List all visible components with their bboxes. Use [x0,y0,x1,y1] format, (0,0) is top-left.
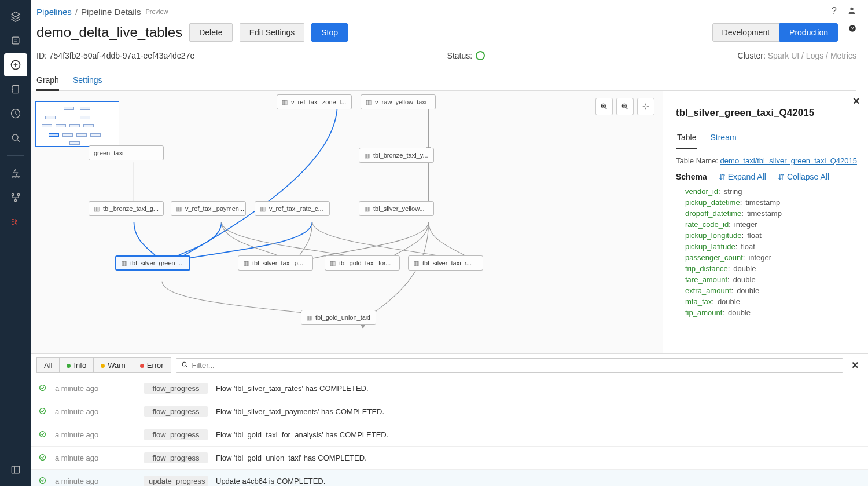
cluster-sparkui-link[interactable]: Spark UI [768,51,799,60]
node-tbl-silver-taxi-r[interactable]: ▥tbl_silver_taxi_r... [408,255,483,271]
cluster-metrics-link[interactable]: Metrics [830,51,856,60]
error-dot-icon [140,361,144,370]
node-v-ref-taxi-zone[interactable]: ▥v_ref_taxi_zone_l... [277,94,352,109]
help-icon[interactable]: ? [832,6,837,17]
cluster-label: Cluster: [738,51,766,60]
node-tbl-gold-taxi-for[interactable]: ▥tbl_gold_taxi_for... [325,255,400,271]
detail-tab-table[interactable]: Table [676,127,697,149]
filter-info-button[interactable]: Info [60,357,94,373]
nav-notebook-icon[interactable] [4,78,27,101]
header: Pipelines / Pipeline Details Preview ? d… [31,0,868,91]
stop-button[interactable]: Stop [311,23,348,42]
schema-column: vendor_id:string [685,187,858,196]
filter-error-button[interactable]: Error [133,357,171,373]
nav-pipelines-icon[interactable] [4,210,27,233]
event-row[interactable]: a minute agoflow_progressFlow 'tbl_silve… [31,400,868,423]
status-indicator-icon [476,51,485,60]
nav-workflows-icon[interactable] [4,186,27,209]
delete-button[interactable]: Delete [189,23,232,42]
nav-data-icon[interactable] [4,29,27,52]
event-time: a minute ago [55,384,136,393]
event-message: Flow 'tbl_silver_taxi_payments' has COMP… [216,407,860,416]
column-type: timestamp [745,198,780,207]
logo-icon[interactable] [4,5,27,28]
filter-all-button[interactable]: All [36,357,60,373]
node-tbl-bronze-taxi-y[interactable]: ▥tbl_bronze_taxi_y... [359,148,434,163]
table-name-label: Table Name: [676,156,718,165]
node-tbl-silver-taxi-p[interactable]: ▥tbl_silver_taxi_p... [238,255,313,271]
event-time: a minute ago [55,430,136,439]
breadcrumb-link[interactable]: Pipelines [36,7,72,17]
column-type: timestamp [747,209,782,218]
node-v-raw-yellow-taxi[interactable]: ▥v_raw_yellow_taxi [361,94,436,109]
status-label: Status: [447,51,473,60]
expand-all-button[interactable]: ⇵Expand All [719,172,766,181]
node-tbl-gold-union-taxi[interactable]: ▥tbl_gold_union_taxi [301,310,376,325]
node-v-ref-taxi-rate-c[interactable]: ▥v_ref_taxi_rate_c... [255,201,330,216]
column-type: string [724,187,742,196]
schema-column: pickup_longitude:float [685,231,858,240]
schema-column: dropoff_datetime:timestamp [685,209,858,218]
column-type: double [737,286,759,295]
detail-tab-stream[interactable]: Stream [709,127,737,149]
node-green-taxi[interactable]: green_taxi [89,145,164,160]
nav-collapse-icon[interactable] [4,458,27,481]
graph-minimap[interactable] [35,101,119,147]
user-icon[interactable] [847,6,856,17]
fit-view-button[interactable] [637,98,654,115]
schema-column: tip_amount:double [685,308,858,317]
detail-title: tbl_silver_green_taxi_Q42015 [676,107,858,119]
filter-warn-button[interactable]: Warn [94,357,133,373]
event-row[interactable]: a minute agoupdate_progressUpdate a4cb64… [31,470,868,486]
event-time: a minute ago [55,454,136,462]
node-tbl-silver-yellow[interactable]: ▥tbl_silver_yellow... [359,201,434,216]
main-content: Pipelines / Pipeline Details Preview ? d… [31,0,868,486]
svg-rect-0 [12,37,19,44]
nav-search-icon[interactable] [4,126,27,149]
table-name-link[interactable]: demo_taxi/tbl_silver_green_taxi_Q42015 [720,156,857,165]
event-rows: a minute agoflow_progressFlow 'tbl_silve… [31,377,868,486]
graph-canvas[interactable]: ▥v_ref_taxi_zone_l... ▥v_raw_yellow_taxi… [31,91,663,353]
event-tag: flow_progress [144,452,208,463]
middle-pane: ▥v_ref_taxi_zone_l... ▥v_raw_yellow_taxi… [31,91,868,354]
events-close-icon[interactable]: ✕ [848,360,862,371]
collapse-all-button[interactable]: ⇵Collapse All [778,172,829,181]
events-search-input[interactable] [192,361,838,370]
left-sidebar [0,0,31,486]
event-row[interactable]: a minute agoflow_progressFlow 'tbl_gold_… [31,423,868,447]
events-search[interactable] [176,358,843,373]
env-development-button[interactable]: Development [712,23,780,42]
event-tag: flow_progress [144,429,208,440]
edit-settings-button[interactable]: Edit Settings [240,23,305,42]
cluster-logs-link[interactable]: Logs [806,51,823,60]
tab-settings[interactable]: Settings [73,71,102,90]
svg-point-4 [12,134,18,140]
svg-point-10 [14,199,16,201]
nav-compute-icon[interactable] [4,162,27,185]
env-help-icon[interactable]: ? [848,24,856,34]
zoom-out-button[interactable] [616,98,634,115]
node-tbl-silver-green[interactable]: ▥tbl_silver_green_... [115,255,190,271]
detail-close-icon[interactable]: ✕ [852,96,860,107]
column-name: vendor_id [685,187,718,196]
id-value: 754f3fb2-50af-4ddb-97a1-eef43a4dc27e [49,51,194,60]
env-production-button[interactable]: Production [779,23,838,42]
column-type: float [747,231,762,240]
nav-history-icon[interactable] [4,102,27,125]
node-v-ref-taxi-paymen[interactable]: ▥v_ref_taxi_paymen... [171,201,246,216]
event-row[interactable]: a minute agoflow_progressFlow 'tbl_gold_… [31,447,868,470]
column-name: extra_amount [685,286,731,295]
zoom-in-button[interactable] [595,98,613,115]
nav-create-icon[interactable] [4,53,27,76]
detail-tabs: Table Stream [676,127,858,149]
detail-panel: ✕ tbl_silver_green_taxi_Q42015 Table Str… [663,91,868,353]
event-row[interactable]: a minute agoflow_progressFlow 'tbl_silve… [31,377,868,400]
svg-rect-11 [12,466,19,473]
event-message: Flow 'tbl_gold_taxi_for_analysis' has CO… [216,430,860,439]
node-tbl-bronze-taxi-g[interactable]: ▥tbl_bronze_taxi_g... [89,201,164,216]
column-type: integer [734,220,757,229]
tab-graph[interactable]: Graph [36,71,59,91]
schema-column: pickup_datetime:timestamp [685,198,858,207]
event-status-icon [39,430,47,440]
svg-point-7 [17,176,19,178]
